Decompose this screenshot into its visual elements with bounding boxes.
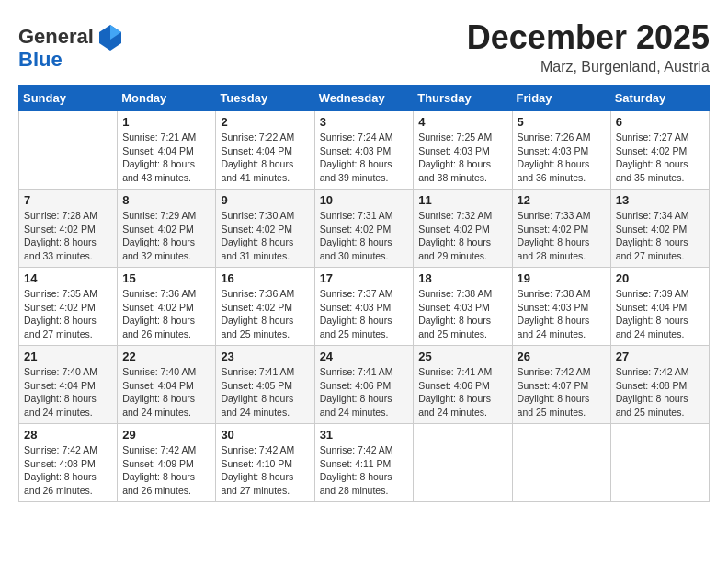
calendar-cell: 10Sunrise: 7:31 AM Sunset: 4:02 PM Dayli… (314, 190, 414, 268)
calendar-cell: 28Sunrise: 7:42 AM Sunset: 4:08 PM Dayli… (19, 424, 118, 502)
day-number: 15 (122, 271, 210, 285)
days-of-week-row: SundayMondayTuesdayWednesdayThursdayFrid… (19, 86, 710, 111)
calendar-week-row: 21Sunrise: 7:40 AM Sunset: 4:04 PM Dayli… (19, 346, 710, 424)
day-number: 20 (616, 271, 704, 285)
day-info: Sunrise: 7:42 AM Sunset: 4:08 PM Dayligh… (24, 443, 112, 498)
day-info: Sunrise: 7:42 AM Sunset: 4:10 PM Dayligh… (221, 443, 309, 498)
calendar-cell: 5Sunrise: 7:26 AM Sunset: 4:03 PM Daylig… (512, 111, 610, 190)
calendar-week-row: 28Sunrise: 7:42 AM Sunset: 4:08 PM Dayli… (19, 424, 710, 502)
day-number: 5 (518, 115, 606, 129)
day-number: 6 (616, 115, 704, 129)
day-of-week-header: Sunday (19, 86, 118, 111)
day-info: Sunrise: 7:36 AM Sunset: 4:02 PM Dayligh… (122, 287, 210, 341)
calendar-week-row: 14Sunrise: 7:35 AM Sunset: 4:02 PM Dayli… (19, 268, 710, 346)
calendar-cell: 1Sunrise: 7:21 AM Sunset: 4:04 PM Daylig… (118, 111, 216, 190)
calendar-cell (610, 424, 709, 502)
month-title: December 2025 (467, 18, 710, 57)
day-number: 26 (518, 350, 606, 363)
day-of-week-header: Saturday (610, 86, 709, 111)
day-info: Sunrise: 7:41 AM Sunset: 4:06 PM Dayligh… (320, 365, 409, 419)
day-number: 30 (221, 428, 309, 442)
day-number: 22 (122, 350, 210, 363)
calendar-cell: 13Sunrise: 7:34 AM Sunset: 4:02 PM Dayli… (610, 190, 709, 268)
day-number: 13 (616, 193, 704, 207)
calendar-cell: 30Sunrise: 7:42 AM Sunset: 4:10 PM Dayli… (216, 424, 314, 502)
day-number: 12 (518, 193, 606, 207)
day-of-week-header: Friday (512, 86, 610, 111)
day-info: Sunrise: 7:35 AM Sunset: 4:02 PM Dayligh… (24, 287, 112, 341)
day-info: Sunrise: 7:27 AM Sunset: 4:02 PM Dayligh… (616, 131, 704, 185)
calendar-cell: 14Sunrise: 7:35 AM Sunset: 4:02 PM Dayli… (19, 268, 118, 346)
day-info: Sunrise: 7:30 AM Sunset: 4:02 PM Dayligh… (221, 209, 309, 263)
day-number: 9 (221, 193, 309, 207)
calendar-cell: 8Sunrise: 7:29 AM Sunset: 4:02 PM Daylig… (118, 190, 216, 268)
day-info: Sunrise: 7:42 AM Sunset: 4:08 PM Dayligh… (616, 365, 704, 419)
day-number: 10 (320, 193, 409, 207)
calendar-cell: 7Sunrise: 7:28 AM Sunset: 4:02 PM Daylig… (19, 190, 118, 268)
day-info: Sunrise: 7:25 AM Sunset: 4:03 PM Dayligh… (418, 131, 506, 185)
day-number: 3 (320, 115, 409, 129)
day-number: 7 (24, 193, 112, 207)
calendar-week-row: 7Sunrise: 7:28 AM Sunset: 4:02 PM Daylig… (19, 190, 710, 268)
calendar-week-row: 1Sunrise: 7:21 AM Sunset: 4:04 PM Daylig… (19, 111, 710, 190)
day-number: 31 (320, 428, 409, 442)
calendar-cell: 4Sunrise: 7:25 AM Sunset: 4:03 PM Daylig… (414, 111, 512, 190)
day-info: Sunrise: 7:36 AM Sunset: 4:02 PM Dayligh… (221, 287, 309, 341)
calendar-cell: 3Sunrise: 7:24 AM Sunset: 4:03 PM Daylig… (314, 111, 414, 190)
day-number: 17 (320, 271, 409, 285)
logo-icon (96, 23, 125, 52)
day-number: 23 (221, 350, 309, 363)
calendar-cell: 15Sunrise: 7:36 AM Sunset: 4:02 PM Dayli… (118, 268, 216, 346)
day-info: Sunrise: 7:42 AM Sunset: 4:09 PM Dayligh… (122, 443, 210, 498)
calendar-cell (19, 111, 118, 190)
day-number: 14 (24, 271, 112, 285)
logo-blue: Blue (18, 48, 63, 71)
day-number: 1 (122, 115, 210, 129)
calendar-cell: 31Sunrise: 7:42 AM Sunset: 4:11 PM Dayli… (314, 424, 414, 502)
calendar-cell: 18Sunrise: 7:38 AM Sunset: 4:03 PM Dayli… (414, 268, 512, 346)
day-of-week-header: Thursday (414, 86, 512, 111)
day-number: 16 (221, 271, 309, 285)
calendar-cell: 20Sunrise: 7:39 AM Sunset: 4:04 PM Dayli… (610, 268, 709, 346)
day-info: Sunrise: 7:24 AM Sunset: 4:03 PM Dayligh… (320, 131, 409, 185)
day-number: 25 (418, 350, 506, 363)
day-of-week-header: Tuesday (216, 86, 314, 111)
calendar-cell (414, 424, 512, 502)
calendar-cell: 17Sunrise: 7:37 AM Sunset: 4:03 PM Dayli… (314, 268, 414, 346)
location-title: Marz, Burgenland, Austria (467, 59, 710, 75)
day-number: 2 (221, 115, 309, 129)
day-info: Sunrise: 7:38 AM Sunset: 4:03 PM Dayligh… (418, 287, 506, 341)
day-info: Sunrise: 7:42 AM Sunset: 4:07 PM Dayligh… (518, 365, 606, 419)
day-number: 24 (320, 350, 409, 363)
day-info: Sunrise: 7:29 AM Sunset: 4:02 PM Dayligh… (122, 209, 210, 263)
calendar-cell: 12Sunrise: 7:33 AM Sunset: 4:02 PM Dayli… (512, 190, 610, 268)
calendar-cell: 21Sunrise: 7:40 AM Sunset: 4:04 PM Dayli… (19, 346, 118, 424)
day-info: Sunrise: 7:41 AM Sunset: 4:06 PM Dayligh… (418, 365, 506, 419)
day-info: Sunrise: 7:26 AM Sunset: 4:03 PM Dayligh… (518, 131, 606, 185)
day-info: Sunrise: 7:28 AM Sunset: 4:02 PM Dayligh… (24, 209, 112, 263)
calendar-cell: 23Sunrise: 7:41 AM Sunset: 4:05 PM Dayli… (216, 346, 314, 424)
day-info: Sunrise: 7:33 AM Sunset: 4:02 PM Dayligh… (518, 209, 606, 263)
calendar-cell: 27Sunrise: 7:42 AM Sunset: 4:08 PM Dayli… (610, 346, 709, 424)
day-info: Sunrise: 7:40 AM Sunset: 4:04 PM Dayligh… (122, 365, 210, 419)
day-info: Sunrise: 7:21 AM Sunset: 4:04 PM Dayligh… (122, 131, 210, 185)
calendar-cell: 2Sunrise: 7:22 AM Sunset: 4:04 PM Daylig… (216, 111, 314, 190)
calendar-cell: 11Sunrise: 7:32 AM Sunset: 4:02 PM Dayli… (414, 190, 512, 268)
calendar-cell: 6Sunrise: 7:27 AM Sunset: 4:02 PM Daylig… (610, 111, 709, 190)
day-number: 21 (24, 350, 112, 363)
day-info: Sunrise: 7:40 AM Sunset: 4:04 PM Dayligh… (24, 365, 112, 419)
day-number: 18 (418, 271, 506, 285)
calendar-body: 1Sunrise: 7:21 AM Sunset: 4:04 PM Daylig… (19, 111, 710, 502)
calendar-cell: 29Sunrise: 7:42 AM Sunset: 4:09 PM Dayli… (118, 424, 216, 502)
day-info: Sunrise: 7:41 AM Sunset: 4:05 PM Dayligh… (221, 365, 309, 419)
calendar-cell: 19Sunrise: 7:38 AM Sunset: 4:03 PM Dayli… (512, 268, 610, 346)
calendar-cell: 25Sunrise: 7:41 AM Sunset: 4:06 PM Dayli… (414, 346, 512, 424)
calendar-cell: 22Sunrise: 7:40 AM Sunset: 4:04 PM Dayli… (118, 346, 216, 424)
logo: General Blue (18, 23, 125, 71)
day-info: Sunrise: 7:39 AM Sunset: 4:04 PM Dayligh… (616, 287, 704, 341)
calendar: SundayMondayTuesdayWednesdayThursdayFrid… (18, 85, 710, 502)
day-info: Sunrise: 7:32 AM Sunset: 4:02 PM Dayligh… (418, 209, 506, 263)
logo-general: General (18, 25, 94, 48)
title-section: December 2025 Marz, Burgenland, Austria (467, 18, 710, 75)
day-info: Sunrise: 7:34 AM Sunset: 4:02 PM Dayligh… (616, 209, 704, 263)
